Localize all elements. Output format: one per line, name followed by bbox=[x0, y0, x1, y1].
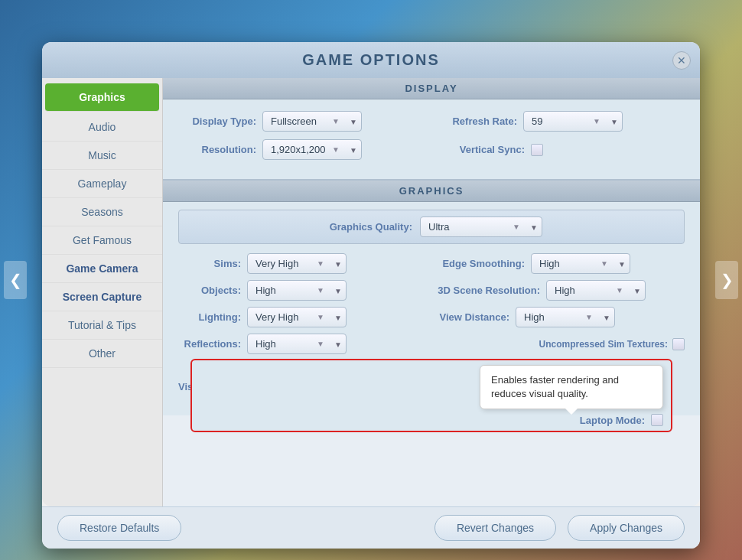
dropdown-arrow-icon: ▼ bbox=[585, 313, 593, 321]
laptop-mode-row: Laptop Mode: bbox=[200, 414, 663, 426]
sidebar-item-screen-capture[interactable]: Screen Capture bbox=[42, 283, 162, 311]
display-settings: Display Type: Fullscreen ▼ Refresh Rate: bbox=[163, 99, 700, 181]
display-type-select[interactable]: Fullscreen ▼ bbox=[262, 111, 362, 132]
uncompressed-group: Uncompressed Sim Textures: bbox=[539, 338, 685, 350]
sidebar-item-seasons[interactable]: Seasons bbox=[42, 198, 162, 226]
refresh-rate-label: Refresh Rate: bbox=[439, 116, 523, 127]
visual-effects-and-tooltip: Enables faster rendering and reduces vis… bbox=[200, 365, 663, 426]
reflections-label: Reflections: bbox=[178, 338, 247, 350]
close-button[interactable]: ✕ bbox=[672, 51, 691, 70]
chevron-left-icon: ❮ bbox=[9, 271, 22, 289]
objects-label: Objects: bbox=[178, 285, 247, 296]
tooltip-row: Enables faster rendering and reduces vis… bbox=[200, 365, 663, 426]
dropdown-arrow-icon: ▼ bbox=[593, 117, 600, 125]
reflections-row: Reflections: High ▼ Uncompressed Sim Tex… bbox=[178, 334, 685, 354]
main-content: Display Display Type: Fullscreen ▼ bbox=[163, 78, 700, 506]
dropdown-arrow-icon: ▼ bbox=[317, 313, 324, 321]
resolution-select-wrapper[interactable]: 1,920x1,200 ▼ bbox=[262, 139, 362, 160]
display-type-group: Display Type: Fullscreen ▼ bbox=[178, 111, 424, 132]
dialog-title-bar: Game Options ✕ bbox=[42, 42, 700, 78]
dropdown-arrow-icon: ▼ bbox=[616, 286, 623, 295]
dialog-footer: Restore Defaults Revert Changes Apply Ch… bbox=[42, 506, 700, 549]
dropdown-arrow-icon: ▼ bbox=[513, 223, 520, 231]
game-camera-label: Game Camera bbox=[66, 262, 138, 275]
quality-label: Graphics Quality: bbox=[321, 221, 420, 233]
sidebar-item-tutorial-tips[interactable]: Tutorial & Tips bbox=[42, 311, 162, 340]
display-type-select-wrapper[interactable]: Fullscreen ▼ bbox=[262, 111, 362, 132]
view-distance-group: View Distance: High ▼ bbox=[435, 307, 685, 327]
dropdown-arrow-icon: ▼ bbox=[600, 259, 608, 268]
sims-label: Sims: bbox=[178, 258, 247, 269]
display-type-row: Display Type: Fullscreen ▼ Refresh Rate: bbox=[178, 111, 685, 132]
graphics-settings: Graphics Quality: Ultra ▼ Sims: bbox=[163, 202, 700, 415]
resolution-group: Resolution: 1,920x1,200 ▼ bbox=[178, 139, 424, 160]
uncompressed-checkbox[interactable] bbox=[672, 338, 685, 350]
footer-right-buttons: Revert Changes Apply Changes bbox=[434, 515, 685, 541]
sims-select[interactable]: Very High ▼ bbox=[247, 253, 347, 274]
lighting-group: Lighting: Very High ▼ bbox=[178, 307, 428, 327]
edge-smoothing-group: Edge Smoothing: High ▼ bbox=[435, 253, 685, 274]
dialog-title: Game Options bbox=[57, 51, 685, 69]
graphics-two-col: Sims: Very High ▼ Edge Smoothing: bbox=[178, 253, 685, 327]
scene-resolution-select-wrapper[interactable]: High ▼ bbox=[546, 280, 646, 301]
refresh-rate-select[interactable]: 59 ▼ bbox=[523, 111, 623, 132]
chevron-right-icon: ❯ bbox=[721, 271, 734, 289]
quality-select-wrapper[interactable]: Ultra ▼ bbox=[420, 217, 542, 237]
lighting-select-wrapper[interactable]: Very High ▼ bbox=[247, 307, 347, 327]
resolution-select[interactable]: 1,920x1,200 ▼ bbox=[262, 139, 362, 160]
objects-select-wrapper[interactable]: High ▼ bbox=[247, 280, 347, 301]
objects-group: Objects: High ▼ bbox=[178, 280, 428, 301]
screen-capture-label: Screen Capture bbox=[63, 291, 142, 303]
vertical-sync-checkbox[interactable] bbox=[531, 144, 543, 156]
quality-select[interactable]: Ultra ▼ bbox=[420, 217, 542, 237]
restore-defaults-button[interactable]: Restore Defaults bbox=[57, 515, 181, 541]
objects-select[interactable]: High ▼ bbox=[247, 280, 347, 301]
tooltip-container: Enables faster rendering and reduces vis… bbox=[200, 365, 663, 409]
tooltip-highlight-area: Enables faster rendering and reduces vis… bbox=[190, 359, 672, 432]
laptop-mode-checkbox[interactable] bbox=[651, 414, 663, 426]
sidebar-item-graphics[interactable]: Graphics bbox=[45, 83, 159, 112]
refresh-rate-select-wrapper[interactable]: 59 ▼ bbox=[523, 111, 623, 132]
scene-resolution-label: 3D Scene Resolution: bbox=[435, 285, 546, 296]
nav-arrow-right[interactable]: ❯ bbox=[715, 261, 738, 299]
sidebar-item-gameplay[interactable]: Gameplay bbox=[42, 170, 162, 198]
lighting-label: Lighting: bbox=[178, 311, 247, 323]
dropdown-arrow-icon: ▼ bbox=[317, 286, 324, 295]
edge-smoothing-label: Edge Smoothing: bbox=[435, 258, 531, 269]
reflections-group: Reflections: High ▼ bbox=[178, 334, 347, 354]
scene-resolution-select[interactable]: High ▼ bbox=[546, 280, 646, 301]
nav-arrow-left[interactable]: ❮ bbox=[4, 261, 27, 299]
sidebar-item-other[interactable]: Other bbox=[42, 340, 162, 368]
sidebar-item-music[interactable]: Music bbox=[42, 142, 162, 170]
sims-select-wrapper[interactable]: Very High ▼ bbox=[247, 253, 347, 274]
edge-smoothing-select[interactable]: High ▼ bbox=[531, 253, 630, 274]
view-distance-select-wrapper[interactable]: High ▼ bbox=[516, 307, 615, 327]
apply-changes-button[interactable]: Apply Changes bbox=[568, 515, 685, 541]
sidebar-item-get-famous[interactable]: Get Famous bbox=[42, 226, 162, 255]
dropdown-arrow-icon: ▼ bbox=[332, 145, 340, 154]
uncompressed-label: Uncompressed Sim Textures: bbox=[539, 339, 673, 350]
scene-resolution-group: 3D Scene Resolution: High ▼ bbox=[435, 280, 685, 301]
edge-smoothing-select-wrapper[interactable]: High ▼ bbox=[531, 253, 630, 274]
laptop-mode-label: Laptop Mode: bbox=[580, 415, 651, 426]
dropdown-arrow-icon: ▼ bbox=[317, 340, 324, 348]
sidebar-item-audio[interactable]: Audio bbox=[42, 113, 162, 142]
resolution-label: Resolution: bbox=[178, 144, 262, 155]
dialog-body: Graphics Audio Music Gameplay Seasons Ge… bbox=[42, 78, 700, 506]
sims-group: Sims: Very High ▼ bbox=[178, 253, 428, 274]
view-distance-select[interactable]: High ▼ bbox=[516, 307, 615, 327]
lighting-select[interactable]: Very High ▼ bbox=[247, 307, 347, 327]
reflections-select-wrapper[interactable]: High ▼ bbox=[247, 334, 347, 354]
revert-changes-button[interactable]: Revert Changes bbox=[434, 515, 556, 541]
graphics-quality-row: Graphics Quality: Ultra ▼ bbox=[178, 210, 685, 244]
vertical-sync-group: Vertical Sync: bbox=[439, 144, 685, 156]
sidebar-item-game-camera[interactable]: Game Camera bbox=[42, 255, 162, 283]
tooltip-box: Enables faster rendering and reduces vis… bbox=[480, 365, 663, 409]
reflections-select[interactable]: High ▼ bbox=[247, 334, 347, 354]
display-type-label: Display Type: bbox=[178, 116, 262, 127]
sidebar: Graphics Audio Music Gameplay Seasons Ge… bbox=[42, 78, 163, 506]
dropdown-arrow-icon: ▼ bbox=[332, 117, 340, 125]
dropdown-arrow-icon: ▼ bbox=[317, 259, 324, 268]
game-options-dialog: Game Options ✕ Graphics Audio Music Game… bbox=[42, 42, 700, 549]
refresh-rate-group: Refresh Rate: 59 ▼ bbox=[439, 111, 685, 132]
